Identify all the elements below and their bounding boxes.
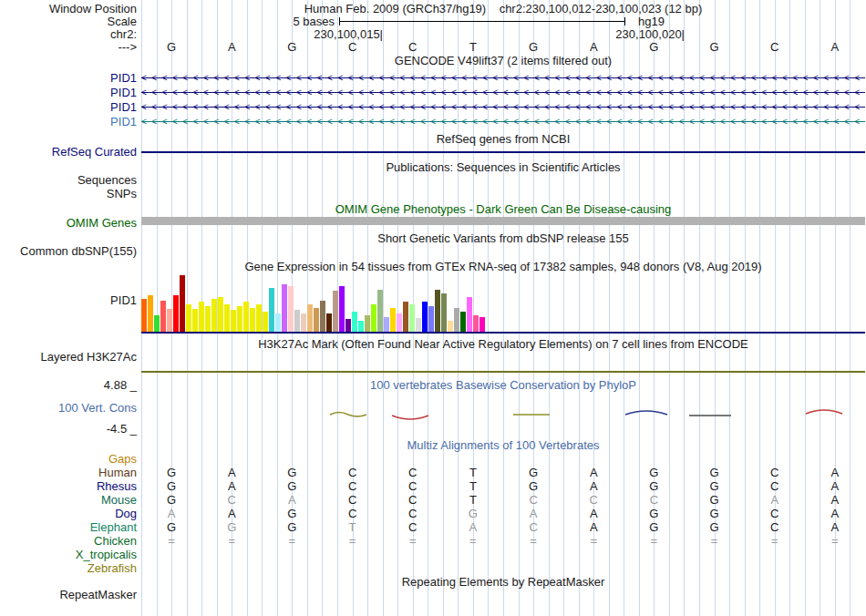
scale-bar bbox=[339, 17, 625, 26]
species-label[interactable]: Elephant bbox=[0, 520, 137, 534]
alignment-base: C bbox=[201, 493, 262, 507]
alignment-base: A bbox=[563, 520, 624, 534]
transcript-direction-arrows: <<<<<<<<<<<<<<<<<<<<<<<<<<<<<<<<<<<<<<<<… bbox=[141, 71, 865, 85]
alignment-base: A bbox=[805, 507, 865, 520]
alignment-base: G bbox=[141, 479, 201, 493]
gtex-bar bbox=[467, 297, 472, 332]
alignment-base: A bbox=[141, 507, 201, 520]
dbsnp-track-label[interactable]: Common dbSNP(155) bbox=[0, 244, 137, 258]
phylop-wiggle-segment bbox=[625, 407, 667, 418]
alignment-base: C bbox=[624, 493, 684, 507]
strand-direction-label: ---> bbox=[0, 40, 137, 54]
gtex-bar bbox=[148, 295, 153, 332]
alignment-base: C bbox=[323, 493, 383, 507]
gtex-bar bbox=[231, 310, 236, 332]
omim-gene-bar[interactable] bbox=[141, 217, 865, 225]
omim-track-label[interactable]: OMIM Genes bbox=[0, 216, 137, 230]
ruler-base: G bbox=[503, 40, 563, 54]
alignment-base: C bbox=[323, 466, 383, 479]
alignment-base: C bbox=[745, 507, 805, 520]
scale-bases-text: 5 bases bbox=[141, 15, 335, 28]
phylop-track-label[interactable]: 100 Vert. Cons bbox=[0, 401, 137, 415]
gtex-baseline bbox=[141, 332, 865, 334]
alignment-base: = bbox=[383, 534, 443, 548]
species-label[interactable]: Rhesus bbox=[0, 479, 137, 493]
gencode-item-label[interactable]: PID1 bbox=[0, 115, 137, 128]
publications-title-row: Publications: Sequences in Scientific Ar… bbox=[0, 160, 866, 174]
alignment-base: G bbox=[201, 520, 262, 534]
gtex-bar bbox=[294, 310, 300, 332]
window-position-label: Window Position bbox=[0, 2, 137, 15]
gencode-transcript-row[interactable]: PID1<<<<<<<<<<<<<<<<<<<<<<<<<<<<<<<<<<<<… bbox=[0, 100, 866, 114]
alignment-base: C bbox=[745, 479, 805, 493]
gtex-bar bbox=[314, 308, 319, 332]
phylop-label-row: 100 Vert. Cons bbox=[0, 401, 866, 415]
ruler-base: C bbox=[383, 40, 443, 54]
gtex-bar bbox=[479, 317, 485, 332]
alignment-base: = bbox=[685, 534, 745, 548]
alignment-row: RhesusGAGCCTGAGGCA bbox=[0, 479, 866, 493]
transcript-direction-arrows: <<<<<<<<<<<<<<<<<<<<<<<<<<<<<<<<<<<<<<<<… bbox=[141, 115, 865, 128]
refseq-gene-line[interactable] bbox=[141, 151, 865, 153]
alignment-base: G bbox=[503, 479, 563, 493]
gtex-gene-label[interactable]: PID1 bbox=[0, 293, 137, 307]
alignment-base: = bbox=[141, 534, 201, 548]
alignment-base: A bbox=[443, 520, 503, 534]
alignment-base: G bbox=[262, 479, 322, 493]
gtex-bar bbox=[282, 284, 287, 332]
gtex-bar bbox=[403, 302, 408, 332]
gencode-title-row: GENCODE V49lift37 (2 items filtered out) bbox=[0, 54, 866, 67]
phylop-title-row: 4.88 _ 100 vertebrates Basewise Conserva… bbox=[0, 378, 866, 392]
species-label[interactable]: X_tropicalis bbox=[0, 548, 137, 561]
species-label[interactable]: Dog bbox=[0, 507, 137, 520]
ruler-base: G bbox=[141, 40, 201, 54]
species-label[interactable]: Human bbox=[0, 466, 137, 479]
alignment-base: A bbox=[563, 479, 624, 493]
multiz-title-row: Multiz Alignments of 100 Vertebrates bbox=[0, 438, 866, 452]
refseq-track-label[interactable]: RefSeq Curated bbox=[0, 145, 137, 159]
alignment-base: A bbox=[563, 507, 624, 520]
species-label[interactable]: Mouse bbox=[0, 493, 137, 507]
ruler-base: G bbox=[624, 40, 684, 54]
alignment-base: G bbox=[624, 507, 684, 520]
gencode-transcript-row[interactable]: PID1<<<<<<<<<<<<<<<<<<<<<<<<<<<<<<<<<<<<… bbox=[0, 71, 866, 85]
gtex-bar bbox=[326, 313, 332, 332]
alignment-base: A bbox=[201, 507, 262, 520]
gtex-bar bbox=[288, 286, 294, 332]
alignment-base: A bbox=[563, 466, 624, 479]
phylop-wiggle-segment bbox=[392, 412, 428, 423]
gencode-item-label[interactable]: PID1 bbox=[0, 100, 137, 114]
alignment-base: G bbox=[141, 520, 201, 534]
species-label[interactable]: Gaps bbox=[0, 452, 137, 466]
genome-browser: Window Position Human Feb. 2009 (GRCh37/… bbox=[0, 0, 866, 616]
species-label[interactable]: Zebrafish bbox=[0, 561, 137, 575]
alignment-base: A bbox=[745, 493, 805, 507]
alignment-base: = bbox=[443, 534, 503, 548]
sequences-track-label[interactable]: Sequences bbox=[0, 173, 137, 187]
h3k27ac-track-label[interactable]: Layered H3K27Ac bbox=[0, 350, 137, 364]
species-label[interactable]: Chicken bbox=[0, 534, 137, 548]
phylop-wiggle-segment bbox=[513, 409, 550, 420]
gtex-bar bbox=[384, 317, 389, 332]
dbsnp-title-row: Short Genetic Variants from dbSNP releas… bbox=[0, 231, 866, 245]
snps-track-label[interactable]: SNPs bbox=[0, 187, 137, 200]
gtex-bar bbox=[269, 288, 274, 332]
phylop-min-label: -4.5 _ bbox=[0, 422, 137, 436]
alignment-base: A bbox=[805, 493, 865, 507]
alignment-base: T bbox=[443, 479, 503, 493]
gtex-bar bbox=[275, 313, 281, 332]
alignment-base: T bbox=[323, 520, 383, 534]
gtex-bar-chart[interactable] bbox=[141, 272, 865, 332]
alignment-row: X_tropicalis bbox=[0, 548, 866, 561]
gencode-transcript-row[interactable]: PID1<<<<<<<<<<<<<<<<<<<<<<<<<<<<<<<<<<<<… bbox=[0, 86, 866, 99]
gtex-bar bbox=[250, 308, 255, 332]
gtex-bar bbox=[211, 299, 217, 332]
alignment-base: C bbox=[383, 479, 443, 493]
repeatmasker-track-label[interactable]: RepeatMasker bbox=[0, 588, 137, 601]
gencode-item-label[interactable]: PID1 bbox=[0, 71, 137, 85]
h3k27ac-signal-line[interactable] bbox=[141, 371, 865, 373]
gencode-item-label[interactable]: PID1 bbox=[0, 86, 137, 99]
gencode-transcript-row[interactable]: PID1<<<<<<<<<<<<<<<<<<<<<<<<<<<<<<<<<<<<… bbox=[0, 115, 866, 128]
repeatmasker-row: RepeatMasker bbox=[0, 588, 866, 601]
alignment-row: HumanGAGCCTGAGGCA bbox=[0, 466, 866, 479]
